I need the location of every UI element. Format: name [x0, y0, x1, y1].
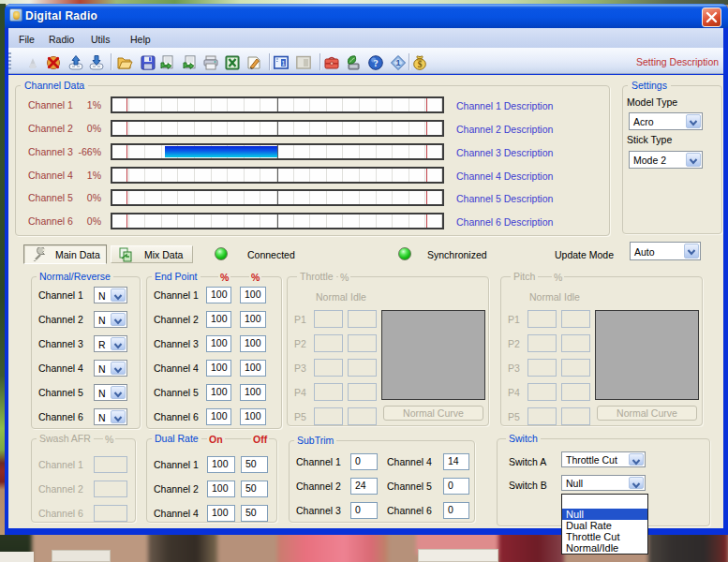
svg-text:?: ?	[373, 58, 378, 68]
svg-text:1: 1	[282, 60, 286, 67]
svg-text:1: 1	[395, 58, 400, 67]
svg-text:$: $	[418, 60, 423, 69]
